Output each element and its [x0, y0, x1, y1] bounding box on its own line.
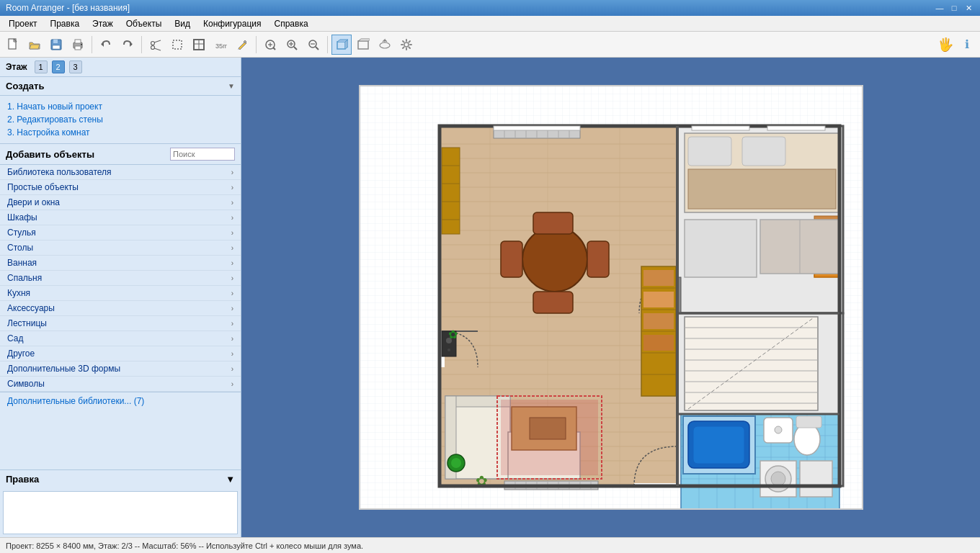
- lib-bedroom[interactable]: Спальня ›: [0, 271, 241, 286]
- canvas-area[interactable]: N: [241, 58, 980, 537]
- gear-button[interactable]: [396, 35, 416, 55]
- lib-simple[interactable]: Простые объекты ›: [0, 180, 241, 195]
- menu-floor[interactable]: Этаж: [86, 17, 119, 30]
- undo-button[interactable]: [96, 35, 116, 55]
- window-controls[interactable]: — □ ✕: [934, 2, 974, 14]
- create-item-3[interactable]: 3. Настройка комнат: [7, 126, 233, 139]
- select-rect-button[interactable]: [167, 35, 187, 55]
- titlebar: Room Arranger - [без названия] — □ ✕: [0, 0, 980, 16]
- menubar: Проект Правка Этаж Объекты Вид Конфигура…: [0, 16, 980, 32]
- scissors-button[interactable]: [146, 35, 166, 55]
- wall-button[interactable]: [189, 35, 209, 55]
- floor-plan-svg: N: [360, 86, 863, 510]
- status-text: Проект: 8255 × 8400 мм, Этаж: 2/3 -- Мас…: [6, 541, 363, 550]
- statusbar: Проект: 8255 × 8400 мм, Этаж: 2/3 -- Мас…: [0, 537, 980, 553]
- svg-line-13: [154, 48, 161, 50]
- lib-doors[interactable]: Двери и окна ›: [0, 195, 241, 210]
- sidebar: Этаж 1 2 3 Создать ▼ 1. Начать новый про…: [0, 58, 241, 537]
- add-objects-header: Добавить объекты: [0, 144, 241, 165]
- 3d-box-button[interactable]: [331, 35, 352, 55]
- maximize-button[interactable]: □: [948, 2, 960, 14]
- lib-symbols[interactable]: Символы ›: [0, 377, 241, 392]
- svg-rect-100: [442, 148, 460, 234]
- menu-objects[interactable]: Объекты: [120, 17, 168, 30]
- svg-point-10: [151, 41, 155, 45]
- svg-rect-31: [358, 41, 368, 49]
- 3d-rotate-button[interactable]: [375, 35, 395, 55]
- new-button[interactable]: [3, 35, 23, 55]
- menu-help[interactable]: Справка: [269, 17, 314, 30]
- lib-3d-forms[interactable]: Дополнительные 3D формы ›: [0, 361, 241, 377]
- zoom-out-button[interactable]: [303, 35, 324, 55]
- edit-title: Правка: [6, 474, 39, 485]
- floor-tabs: Этаж 1 2 3: [0, 58, 241, 77]
- menu-config[interactable]: Конфигурация: [197, 17, 267, 30]
- measure-button[interactable]: 35m: [210, 35, 231, 55]
- lib-bathroom[interactable]: Ванная ›: [0, 256, 241, 271]
- open-button[interactable]: [24, 35, 45, 55]
- floor-plan[interactable]: N: [359, 85, 863, 510]
- lib-tables[interactable]: Столы ›: [0, 240, 241, 256]
- svg-text:✿: ✿: [448, 328, 458, 341]
- create-section-header[interactable]: Создать ▼: [0, 77, 241, 96]
- lib-wardrobes[interactable]: Шкафы ›: [0, 210, 241, 225]
- svg-rect-175: [643, 313, 674, 329]
- add-objects-title: Добавить объекты: [6, 149, 94, 160]
- edit-header[interactable]: Правка ▼: [0, 470, 241, 488]
- lib-accessories[interactable]: Аксессуары ›: [0, 301, 241, 316]
- svg-rect-183: [767, 126, 825, 130]
- create-item-1[interactable]: 1. Начать новый проект: [7, 100, 233, 113]
- floor-tab-3[interactable]: 3: [69, 60, 82, 73]
- create-item-2[interactable]: 2. Редактировать стены: [7, 113, 233, 126]
- info-icon[interactable]: ℹ: [957, 35, 977, 55]
- app-title: Room Arranger - [без названия]: [6, 3, 130, 13]
- svg-line-12: [154, 40, 161, 42]
- create-title: Создать: [6, 81, 44, 91]
- lib-garden[interactable]: Сад ›: [0, 331, 241, 346]
- floor-tab-1[interactable]: 1: [35, 60, 48, 73]
- print-button[interactable]: [68, 35, 88, 55]
- svg-rect-182: [692, 126, 749, 130]
- svg-rect-113: [688, 169, 836, 209]
- menu-view[interactable]: Вид: [169, 17, 196, 30]
- create-section: 1. Начать новый проект 2. Редактировать …: [0, 96, 241, 144]
- lib-chairs[interactable]: Стулья ›: [0, 225, 241, 240]
- svg-rect-30: [337, 42, 345, 49]
- svg-point-141: [775, 426, 782, 433]
- lib-other[interactable]: Другое ›: [0, 346, 241, 361]
- svg-line-20: [273, 48, 275, 50]
- svg-point-35: [380, 42, 390, 48]
- svg-rect-5: [75, 40, 81, 43]
- search-input[interactable]: [170, 148, 235, 161]
- save-button[interactable]: [46, 35, 66, 55]
- 3d-view-button[interactable]: [353, 35, 373, 55]
- svg-rect-111: [688, 137, 731, 166]
- pointer-icon[interactable]: 🖐: [935, 35, 956, 55]
- toolbar-sep-1: [92, 36, 92, 53]
- zoom-in-button[interactable]: [282, 35, 302, 55]
- svg-line-28: [316, 47, 318, 50]
- svg-rect-87: [501, 241, 522, 277]
- toolbar-sep-4: [327, 36, 328, 53]
- lib-kitchen[interactable]: Кухня ›: [0, 286, 241, 301]
- menu-project[interactable]: Проект: [3, 17, 43, 30]
- floor-tab-2[interactable]: 2: [52, 60, 65, 73]
- minimize-button[interactable]: —: [934, 2, 945, 14]
- zoom-fit-button[interactable]: [260, 35, 280, 55]
- svg-line-24: [294, 47, 297, 50]
- lib-user[interactable]: Библиотека пользователя ›: [0, 165, 241, 180]
- additional-libraries-link[interactable]: Дополнительные библиотеки... (7): [0, 392, 241, 410]
- svg-rect-139: [796, 416, 821, 428]
- edit-content: [3, 491, 238, 534]
- pencil-button[interactable]: [232, 35, 252, 55]
- svg-rect-96: [501, 400, 598, 475]
- main-area: Этаж 1 2 3 Создать ▼ 1. Начать новый про…: [0, 58, 980, 537]
- menu-edit[interactable]: Правка: [45, 17, 86, 30]
- lib-stairs[interactable]: Лестницы ›: [0, 316, 241, 331]
- svg-point-109: [447, 349, 450, 351]
- redo-button[interactable]: [117, 35, 138, 55]
- svg-text:35m: 35m: [215, 42, 227, 50]
- svg-rect-116: [685, 220, 757, 277]
- close-button[interactable]: ✕: [963, 2, 974, 14]
- svg-point-98: [451, 458, 461, 468]
